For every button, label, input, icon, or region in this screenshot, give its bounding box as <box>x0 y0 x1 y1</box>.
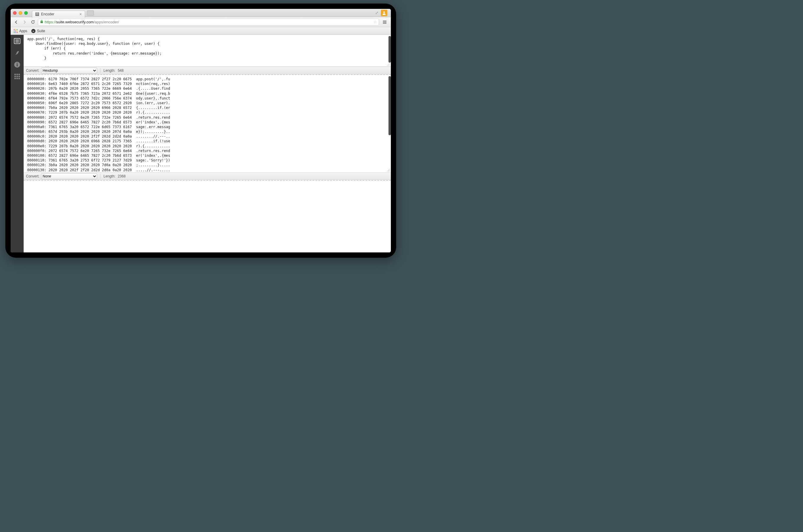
svg-rect-30 <box>15 76 16 77</box>
bookmark-apps[interactable]: Apps <box>14 29 27 33</box>
svg-point-4 <box>383 11 385 13</box>
svg-point-17 <box>17 32 18 33</box>
svg-rect-31 <box>17 76 18 77</box>
length-label: Length: <box>104 69 115 73</box>
profile-avatar[interactable] <box>381 10 387 16</box>
svg-point-9 <box>14 29 15 30</box>
svg-point-25 <box>17 63 18 64</box>
svg-rect-35 <box>19 78 20 79</box>
output-toolbar: Convert: NoneHexdumpBase64URLHTML Length… <box>24 172 391 180</box>
length-label: Length: <box>104 174 115 178</box>
chrome-menu-button[interactable] <box>381 19 388 25</box>
lock-icon <box>40 20 43 24</box>
scrollbar-thumb[interactable] <box>388 36 391 62</box>
app-body: app.post('/', function(req, res) { User.… <box>11 35 391 252</box>
url-scheme: https:// <box>44 20 56 24</box>
svg-point-10 <box>15 29 16 30</box>
device-frame: Encoder × ⤢ <box>5 3 396 258</box>
scrollbar-thumb[interactable] <box>388 76 391 135</box>
svg-rect-5 <box>40 21 43 23</box>
fullscreen-icon[interactable]: ⤢ <box>375 11 379 15</box>
output-textarea[interactable]: 00000000: 6170 702e 706f 7374 2827 2f27 … <box>24 75 391 172</box>
svg-point-12 <box>14 31 15 31</box>
bookmark-label: Apps <box>19 29 27 33</box>
zoom-window-button[interactable] <box>24 11 28 15</box>
suite-favicon-icon: w <box>31 29 35 33</box>
input-length-value: 548 <box>117 69 124 73</box>
empty-area <box>24 181 391 252</box>
svg-point-11 <box>17 29 18 30</box>
close-window-button[interactable] <box>13 11 17 15</box>
url-host: suite.websecurify.com <box>56 20 94 24</box>
input-toolbar: Convert: NoneHexdumpBase64URLHTML Length… <box>24 67 391 74</box>
output-pane-wrap: 00000000: 6170 702e 706f 7374 2827 2f27 … <box>24 75 391 172</box>
minimize-window-button[interactable] <box>19 11 22 15</box>
output-length-value: 2368 <box>117 174 126 178</box>
svg-rect-33 <box>15 78 16 79</box>
svg-point-14 <box>17 31 18 31</box>
bookmarks-bar: Apps w Suite <box>11 27 391 35</box>
svg-text:w: w <box>32 30 34 33</box>
url-text: https://suite.websecurify.com/apps/encod… <box>44 20 372 24</box>
sidebar-list-icon[interactable] <box>13 37 21 45</box>
svg-point-15 <box>14 32 15 33</box>
sidebar-bird-icon[interactable] <box>13 49 21 57</box>
url-bar: https://suite.websecurify.com/apps/encod… <box>11 17 391 27</box>
separator <box>100 68 101 73</box>
input-convert-select[interactable]: NoneHexdumpBase64URLHTML <box>41 68 97 74</box>
svg-rect-32 <box>19 76 20 77</box>
svg-point-13 <box>15 31 16 31</box>
svg-rect-34 <box>17 78 18 79</box>
new-tab-button[interactable] <box>87 10 94 16</box>
back-button[interactable] <box>13 19 19 25</box>
separator <box>100 174 101 178</box>
address-input[interactable]: https://suite.websecurify.com/apps/encod… <box>38 19 379 26</box>
browser-window: Encoder × ⤢ <box>11 9 391 252</box>
apps-grid-icon <box>14 29 18 33</box>
input-pane-wrap: app.post('/', function(req, res) { User.… <box>24 35 391 67</box>
svg-rect-27 <box>15 74 16 75</box>
svg-rect-29 <box>19 74 20 75</box>
browser-tab[interactable]: Encoder × <box>32 11 85 18</box>
url-path: /apps/encoder/ <box>94 20 119 24</box>
bookmark-suite[interactable]: w Suite <box>31 29 45 33</box>
tab-strip: Encoder × ⤢ <box>11 9 391 17</box>
bookmark-label: Suite <box>37 29 45 33</box>
sidebar-grid-icon[interactable] <box>13 73 21 80</box>
main-content: app.post('/', function(req, res) { User.… <box>24 35 391 252</box>
tab-favicon-icon <box>35 12 39 16</box>
tab-close-icon[interactable]: × <box>79 12 82 16</box>
forward-button[interactable] <box>21 19 28 25</box>
svg-rect-28 <box>17 74 18 75</box>
sidebar-info-icon[interactable] <box>13 61 21 69</box>
reload-button[interactable] <box>30 19 36 25</box>
tab-title: Encoder <box>41 12 54 16</box>
convert-label: Convert: <box>26 69 39 73</box>
convert-label: Convert: <box>26 174 39 178</box>
bookmark-star-icon[interactable]: ☆ <box>373 20 377 24</box>
output-convert-select[interactable]: NoneHexdumpBase64URLHTML <box>41 173 97 179</box>
input-textarea[interactable]: app.post('/', function(req, res) { User.… <box>24 35 391 67</box>
window-controls <box>13 11 28 15</box>
app-sidebar <box>11 35 24 252</box>
svg-rect-26 <box>17 64 18 66</box>
svg-point-16 <box>15 32 16 33</box>
